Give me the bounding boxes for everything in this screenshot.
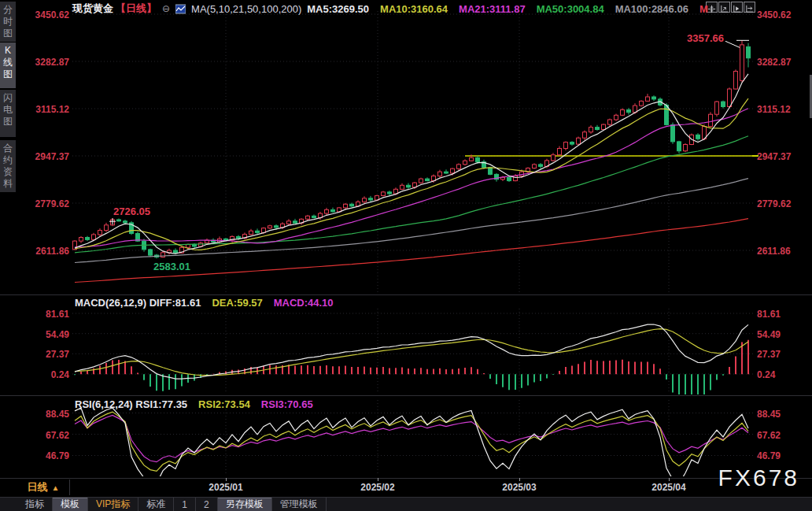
macd-tick-right: 54.49 <box>757 329 809 340</box>
rsi-title: RSI(6,12,24) <box>75 398 133 410</box>
time-tick <box>519 478 520 481</box>
price-tick-left: 2947.37 <box>19 151 69 162</box>
price-tick-left: 2611.86 <box>19 246 69 257</box>
time-tick <box>226 478 227 481</box>
rsi2-value: RSI2:73.54 <box>198 398 250 410</box>
toolbar-item-5[interactable]: 1 <box>174 498 196 511</box>
price-tick-right: 2947.37 <box>757 151 809 162</box>
macd-tick-left: 81.61 <box>19 309 69 320</box>
collapse-icon[interactable]: ⊖ <box>162 3 170 14</box>
price-tick-right: 3282.87 <box>757 57 809 68</box>
separator-macd-rsi <box>0 395 812 396</box>
rsi-tick-right: 88.45 <box>757 409 809 420</box>
toolbar-item-6[interactable]: 2 <box>196 498 218 511</box>
rsi-tick-right: 67.62 <box>757 430 809 441</box>
price-tick-right: 2779.62 <box>757 198 809 209</box>
svg-text:2583.01: 2583.01 <box>153 261 190 272</box>
ma-value-6: M <box>699 3 708 15</box>
toolbar-item-2[interactable]: 模板 <box>53 498 88 511</box>
toolbar-item-7[interactable]: 另存模板 <box>218 498 272 511</box>
svg-text:2726.05: 2726.05 <box>113 206 150 217</box>
time-label: 2025/01 <box>209 482 242 493</box>
ma-value-3: MA21:3111.87 <box>459 3 526 15</box>
ma-value-1: MA5:3269.50 <box>307 3 369 15</box>
symbol-name: 现货黄金 <box>72 2 113 16</box>
rsi-tick-left: 67.62 <box>19 430 69 441</box>
macd-tick-right: 81.61 <box>757 309 809 320</box>
time-tick <box>669 478 670 481</box>
ma-values: MA5:3269.50MA10:3160.64MA21:3111.87MA50:… <box>307 3 707 15</box>
macd-title: MACD(26,12,9) <box>75 297 146 309</box>
time-label: 2025/03 <box>502 482 536 493</box>
macd-diff-value: DIFF:81.61 <box>149 297 201 309</box>
time-label: 2025/02 <box>360 482 394 493</box>
rsi-legend: RSI(6,12,24) RSI1:77.35RSI2:73.54RSI3:70… <box>75 398 313 410</box>
chart-canvas[interactable]: 2726.052583.013357.66 <box>0 0 812 511</box>
trading-app-window: 分时图K线图闪电图合约资料 现货黄金【日线】 ⊖ MA(5,10,21,50,1… <box>0 0 812 511</box>
macd-tick-right: 27.37 <box>757 349 809 360</box>
macd-tick-left: 27.37 <box>19 349 69 360</box>
rsi-tick-left: 46.79 <box>19 450 69 461</box>
rsi1-value: RSI1:77.35 <box>135 398 187 410</box>
ma-value-4: MA50:3004.84 <box>537 3 604 15</box>
period-selector[interactable]: 日线▲ <box>17 480 70 495</box>
toolbar-item-4[interactable]: 标准 <box>138 498 174 511</box>
rsi-tick-right: 46.79 <box>757 450 809 461</box>
macd-tick-right: 0.24 <box>757 369 809 380</box>
fx678-watermark: FX678 <box>718 465 799 491</box>
price-tick-left: 3450.62 <box>19 9 69 20</box>
chart-legend-header: 现货黄金【日线】 ⊖ MA(5,10,21,50,100,200) MA5:32… <box>72 2 708 15</box>
toolbar-item-3[interactable]: VIP指标 <box>88 498 138 511</box>
separator-rsi-axis <box>0 478 812 479</box>
macd-macd-value: MACD:44.10 <box>274 297 334 309</box>
macd-tick-left: 0.24 <box>19 369 69 380</box>
toolbar-item-1[interactable]: 指标 <box>17 498 53 511</box>
rsi3-value: RSI3:70.65 <box>261 398 313 410</box>
rsi-tick-left: 88.45 <box>19 409 69 420</box>
price-tick-left: 2779.62 <box>19 198 69 209</box>
period-selector-label: 日线 <box>28 480 48 494</box>
price-tick-left: 3115.12 <box>19 104 69 115</box>
macd-tick-left: 54.49 <box>19 329 69 340</box>
separator-main-macd <box>0 294 812 295</box>
macd-legend: MACD(26,12,9) DIFF:81.61DEA:59.57MACD:44… <box>75 297 334 309</box>
time-tick <box>378 478 378 481</box>
toolbar-item-8[interactable]: 管理模板 <box>272 498 327 511</box>
indicator-chart-icon[interactable] <box>175 4 186 14</box>
macd-dea-value: DEA:59.57 <box>212 297 262 309</box>
price-tick-right: 3115.12 <box>757 104 809 115</box>
time-label: 2025/04 <box>651 482 685 493</box>
svg-text:3357.66: 3357.66 <box>687 32 724 44</box>
bottom-toolbar: 指标模板VIP指标标准12另存模板管理模板 <box>0 497 812 511</box>
price-tick-right: 2611.86 <box>757 246 809 257</box>
ma-value-2: MA10:3160.64 <box>380 3 448 15</box>
price-tick-right: 3450.62 <box>757 9 809 20</box>
period-selector-arrow-icon: ▲ <box>52 483 60 492</box>
ma-settings-label: MA(5,10,21,50,100,200) <box>191 3 301 15</box>
price-tick-left: 3282.87 <box>19 57 69 68</box>
ma-value-5: MA100:2846.06 <box>615 3 688 15</box>
period-tag: 【日线】 <box>116 2 157 16</box>
